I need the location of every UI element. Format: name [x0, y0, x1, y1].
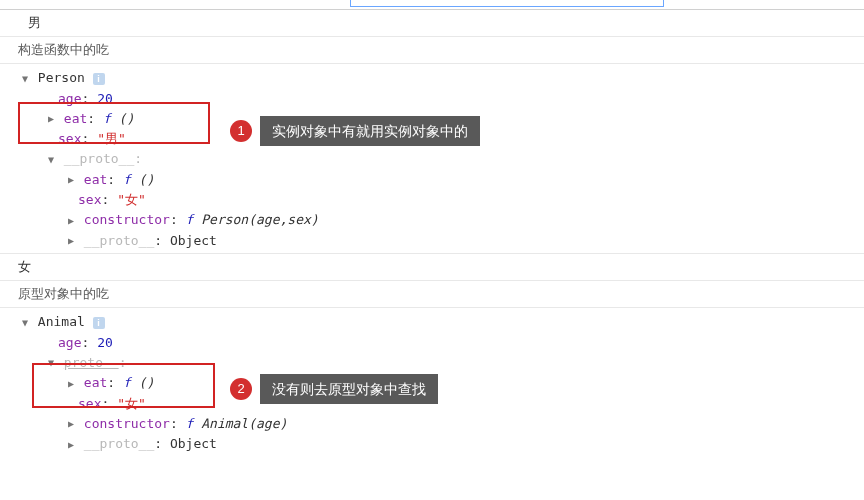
expand-icon[interactable] — [66, 374, 76, 394]
console-object-tree: Animal i age: 20 proto : eat: f () sex: … — [0, 308, 864, 457]
prop-key: constructor — [84, 416, 170, 431]
property-row[interactable]: proto : — [20, 353, 864, 374]
prop-key: __proto__ — [84, 233, 154, 248]
prop-key: sex — [78, 396, 101, 411]
console-log-line: 女 — [0, 253, 864, 280]
property-row[interactable]: sex: "女" — [20, 190, 864, 210]
expand-icon[interactable] — [20, 313, 30, 333]
prop-key: sex — [78, 192, 101, 207]
property-row[interactable]: __proto__: Object — [20, 434, 864, 455]
expand-icon[interactable] — [46, 150, 56, 170]
annotation: 2 没有则去原型对象中查找 — [230, 374, 438, 404]
prop-value: Object — [170, 233, 217, 248]
top-bar — [0, 0, 864, 10]
expand-icon[interactable] — [66, 211, 76, 231]
prop-key: age — [58, 335, 81, 350]
function-icon: f — [103, 111, 111, 126]
function-icon: f — [123, 375, 131, 390]
prop-key: sex — [58, 131, 81, 146]
object-row[interactable]: Person i — [20, 68, 864, 89]
prop-value: "女" — [117, 192, 146, 207]
function-sig: () — [131, 172, 154, 187]
console-log-line: 男 — [0, 10, 864, 36]
prop-key: proto — [64, 355, 103, 370]
annotation-text: 没有则去原型对象中查找 — [260, 374, 438, 404]
console-log-line: 原型对象中的吃 — [0, 280, 864, 308]
annotation: 1 实例对象中有就用实例对象中的 — [230, 116, 480, 146]
prop-key: eat — [84, 172, 107, 187]
property-row[interactable]: __proto__: — [20, 149, 864, 170]
property-row[interactable]: constructor: f Person(age,sex) — [20, 210, 864, 231]
prop-key: __proto__ — [84, 436, 154, 451]
info-icon[interactable]: i — [93, 317, 105, 329]
expand-icon[interactable] — [46, 353, 56, 373]
property-row[interactable]: age: 20 — [20, 89, 864, 109]
annotation-number: 1 — [230, 120, 252, 142]
function-sig: () — [111, 111, 134, 126]
prop-key: constructor — [84, 212, 170, 227]
annotation-text: 实例对象中有就用实例对象中的 — [260, 116, 480, 146]
prop-key: eat — [64, 111, 87, 126]
function-sig: () — [131, 375, 154, 390]
function-sig: Person(age,sex) — [193, 212, 318, 227]
expand-icon[interactable] — [66, 170, 76, 190]
info-icon[interactable]: i — [93, 73, 105, 85]
property-row[interactable]: age: 20 — [20, 333, 864, 353]
property-row[interactable]: eat: f () — [20, 170, 864, 191]
prop-value: 20 — [97, 91, 113, 106]
annotation-number: 2 — [230, 378, 252, 400]
prop-key: __proto__ — [64, 151, 134, 166]
console-object-tree: Person i age: 20 eat: f () sex: "男" __pr… — [0, 64, 864, 253]
property-row[interactable]: eat: f () — [20, 373, 864, 394]
class-name: Person — [38, 70, 85, 85]
expand-icon[interactable] — [46, 109, 56, 129]
property-row[interactable]: sex: "女" — [20, 394, 864, 414]
function-sig: Animal(age) — [193, 416, 287, 431]
prop-value: 20 — [97, 335, 113, 350]
prop-key: eat — [84, 375, 107, 390]
class-name: Animal — [38, 314, 85, 329]
expand-icon[interactable] — [20, 69, 30, 89]
object-row[interactable]: Animal i — [20, 312, 864, 333]
prop-value: "男" — [97, 131, 126, 146]
function-icon: f — [123, 172, 131, 187]
property-row[interactable]: constructor: f Animal(age) — [20, 414, 864, 435]
prop-value: "女" — [117, 396, 146, 411]
expand-icon[interactable] — [66, 231, 76, 251]
console-log-line: 构造函数中的吃 — [0, 36, 864, 64]
prop-key: age — [58, 91, 81, 106]
expand-icon[interactable] — [66, 435, 76, 455]
expand-icon[interactable] — [66, 414, 76, 434]
property-row[interactable]: __proto__: Object — [20, 231, 864, 252]
prop-value: Object — [170, 436, 217, 451]
